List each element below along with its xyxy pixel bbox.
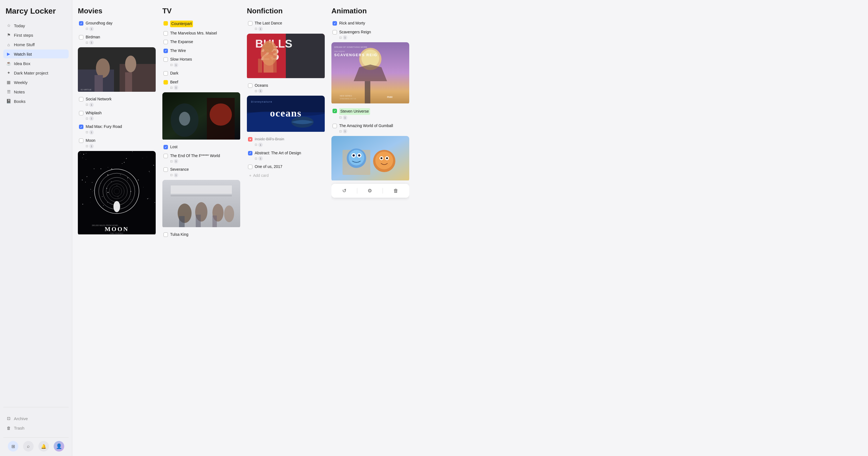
checkbox-beef[interactable] bbox=[163, 80, 168, 85]
label-row-inside-bills-brain: Inside Bill's Brain⊡1 bbox=[255, 136, 323, 147]
label-row-marvelous-mrs-maisel: The Marvelous Mrs. Maisel bbox=[170, 31, 239, 36]
checkbox-groundhog-day[interactable] bbox=[79, 21, 84, 26]
svg-point-46 bbox=[118, 196, 118, 197]
sidebar-bottom-icon-archive: ⊡ bbox=[6, 416, 11, 421]
sidebar-item-books[interactable]: 📓 Books bbox=[3, 97, 69, 106]
search-button[interactable]: ⌕ bbox=[23, 441, 34, 452]
checkbox-dark[interactable] bbox=[163, 71, 168, 75]
image-icon: ⊡ bbox=[86, 117, 88, 120]
svg-text:DREAM OF SOMETHING MORE: DREAM OF SOMETHING MORE bbox=[334, 46, 367, 49]
checkbox-the-expanse[interactable] bbox=[163, 40, 168, 44]
svg-rect-96 bbox=[212, 215, 217, 227]
add-card-button[interactable]: + Add card bbox=[247, 172, 325, 179]
column-content-nonfiction: The Last Dance⊡1 BULLS 23 Oceans⊡1 Disne… bbox=[247, 19, 325, 449]
checkbox-severance[interactable] bbox=[163, 168, 168, 172]
label-row-dark: Dark bbox=[170, 71, 239, 76]
ctx-refresh-button[interactable]: ↺ bbox=[340, 187, 349, 195]
checkbox-rick-morty[interactable] bbox=[333, 21, 337, 26]
sidebar-item-today[interactable]: ☆ Today bbox=[3, 21, 69, 30]
checkbox-inside-bills-brain[interactable] bbox=[248, 137, 252, 142]
checkbox-lost[interactable] bbox=[163, 145, 168, 149]
checkbox-last-dance[interactable] bbox=[248, 21, 252, 26]
sidebar-bottom-icon-trash: 🗑 bbox=[6, 425, 11, 430]
sidebar-item-notes[interactable]: ☰ Notes bbox=[3, 87, 69, 96]
svg-point-3 bbox=[96, 58, 110, 78]
ctx-divider-1 bbox=[357, 188, 357, 193]
svg-point-10 bbox=[82, 204, 83, 204]
image-icon: ⊡ bbox=[170, 63, 173, 67]
checkbox-mad-max[interactable] bbox=[79, 125, 84, 129]
checkbox-birdman[interactable] bbox=[79, 35, 84, 39]
svg-point-51 bbox=[84, 154, 84, 154]
card-icons-abstract: ⊡1 bbox=[255, 156, 263, 161]
sidebar-label-dark-mater: Dark Mater project bbox=[14, 71, 48, 75]
checkbox-abstract[interactable] bbox=[248, 151, 252, 155]
checkbox-slow-horses[interactable] bbox=[163, 57, 168, 62]
sidebar-bottom-archive[interactable]: ⊡ Archive bbox=[3, 414, 69, 423]
sidebar-toolbar: ⊞ ⌕ 🔔 👤 bbox=[3, 437, 69, 452]
card-moon: Moon⊡1 bbox=[78, 136, 156, 150]
checkbox-moon[interactable] bbox=[79, 139, 84, 143]
label-wrap-social-network: Social Network bbox=[86, 96, 112, 102]
label-wrap-inside-bills-brain: Inside Bill's Brain bbox=[255, 136, 284, 142]
svg-rect-94 bbox=[179, 216, 185, 227]
checkbox-end-of-world[interactable] bbox=[163, 154, 168, 158]
checkbox-counterpart[interactable] bbox=[163, 21, 168, 26]
svg-rect-2 bbox=[120, 64, 156, 92]
svg-rect-114 bbox=[365, 81, 370, 103]
svg-point-31 bbox=[149, 171, 150, 172]
card-badge: 1 bbox=[89, 130, 94, 134]
severance-image bbox=[162, 180, 240, 228]
checkbox-scavengers-reign[interactable] bbox=[333, 30, 337, 34]
svg-point-55 bbox=[132, 151, 133, 152]
svg-rect-104 bbox=[258, 59, 262, 72]
checkbox-one-of-us[interactable] bbox=[248, 164, 252, 169]
image-icon: ⊡ bbox=[170, 173, 173, 177]
svg-rect-8 bbox=[78, 151, 156, 234]
ctx-settings-button[interactable]: ⚙ bbox=[365, 187, 374, 195]
avatar[interactable]: 👤 bbox=[54, 441, 64, 452]
sidebar-item-watch-list[interactable]: ▶ Watch list bbox=[3, 50, 69, 58]
sidebar-label-weekly: Weekly bbox=[14, 80, 28, 85]
bell-button[interactable]: 🔔 bbox=[38, 441, 49, 452]
label-row-whiplash: Whiplash⊡1 bbox=[86, 111, 155, 121]
card-icons-slow-horses: ⊡1 bbox=[170, 63, 178, 67]
svg-point-44 bbox=[150, 172, 150, 173]
card-label-dark: Dark bbox=[170, 71, 179, 76]
checkbox-amazing-gumball[interactable] bbox=[333, 124, 337, 128]
card-end-of-world: The End Of The F***** World⊡1 bbox=[162, 152, 240, 165]
card-label-scavengers-reign: Scavengers Reign bbox=[339, 29, 371, 35]
sidebar-item-dark-mater[interactable]: ✦ Dark Mater project bbox=[3, 68, 69, 77]
card-label-marvelous-mrs-maisel: The Marvelous Mrs. Maisel bbox=[170, 31, 217, 36]
svg-point-57 bbox=[126, 158, 127, 159]
items-button[interactable]: ⊞ bbox=[8, 441, 18, 452]
ctx-delete-button[interactable]: 🗑 bbox=[391, 187, 401, 195]
svg-text:Disneynature: Disneynature bbox=[251, 100, 273, 103]
card-beef: Beef⊡1 bbox=[162, 78, 240, 91]
svg-point-64 bbox=[153, 164, 154, 165]
svg-rect-5 bbox=[95, 75, 103, 92]
svg-point-36 bbox=[86, 153, 86, 153]
lastdance-image: BULLS 23 bbox=[247, 34, 325, 79]
svg-point-134 bbox=[386, 157, 388, 159]
sidebar-item-idea-box[interactable]: ☕ Idea Box bbox=[3, 59, 69, 68]
label-row-the-wire: The Wire bbox=[170, 48, 239, 54]
card-icons-severance: ⊡1 bbox=[170, 173, 178, 177]
card-label-the-expanse: The Expanse bbox=[170, 39, 193, 45]
card-one-of-us: One of us, 2017 bbox=[247, 163, 325, 171]
label-wrap-slow-horses: Slow Horses bbox=[170, 57, 192, 62]
sidebar-item-weekly[interactable]: ▦ Weekly bbox=[3, 78, 69, 87]
checkbox-marvelous-mrs-maisel[interactable] bbox=[163, 31, 168, 36]
svg-point-20 bbox=[107, 202, 108, 203]
sidebar-item-first-steps[interactable]: ⚑ First steps bbox=[3, 31, 69, 39]
checkbox-the-wire[interactable] bbox=[163, 49, 168, 53]
sidebar-bottom-trash[interactable]: 🗑 Trash bbox=[3, 423, 69, 432]
sidebar-icon-watch-list: ▶ bbox=[6, 52, 11, 56]
checkbox-tulsa-king[interactable] bbox=[163, 233, 168, 237]
checkbox-steven-universe[interactable] bbox=[333, 109, 337, 113]
sidebar-item-home-stuff[interactable]: ⌂ Home Stuff bbox=[3, 40, 69, 49]
checkbox-social-network[interactable] bbox=[79, 97, 84, 101]
checkbox-oceans[interactable] bbox=[248, 84, 252, 88]
sidebar-label-books: Books bbox=[14, 99, 26, 104]
checkbox-whiplash[interactable] bbox=[79, 111, 84, 115]
